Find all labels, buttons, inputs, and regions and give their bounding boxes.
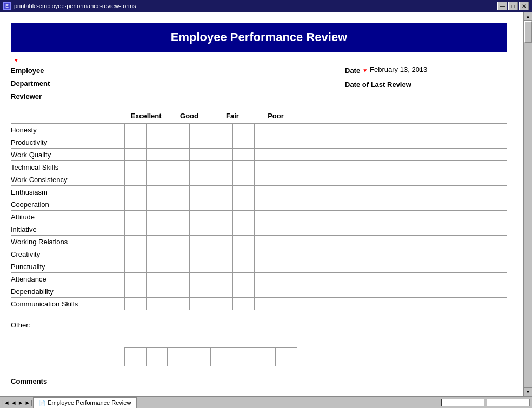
maximize-button[interactable]: □ [508, 2, 518, 10]
other-box-inner-6[interactable] [232, 348, 254, 366]
rating-checkbox[interactable] [190, 298, 211, 310]
rating-excellent-group[interactable] [124, 273, 168, 285]
rating-checkbox[interactable] [190, 149, 211, 160]
rating-poor-group[interactable] [254, 186, 297, 198]
rating-checkbox[interactable] [147, 260, 168, 272]
rating-checkbox[interactable] [168, 173, 190, 185]
rating-fair-group[interactable] [211, 149, 254, 160]
rating-checkbox[interactable] [255, 186, 276, 198]
rating-checkbox[interactable] [276, 198, 297, 210]
rating-checkbox[interactable] [255, 198, 276, 210]
rating-excellent-group[interactable] [124, 173, 168, 185]
rating-checkbox[interactable] [233, 236, 254, 248]
rating-good-group[interactable] [168, 186, 211, 198]
rating-checkbox[interactable] [255, 260, 276, 272]
rating-checkbox[interactable] [125, 161, 147, 173]
department-input[interactable] [58, 78, 150, 88]
rating-checkbox[interactable] [190, 285, 211, 297]
rating-checkbox[interactable] [147, 198, 168, 210]
rating-fair-group[interactable] [211, 186, 254, 198]
rating-checkbox[interactable] [233, 161, 254, 173]
rating-checkbox[interactable] [276, 260, 297, 272]
rating-checkbox[interactable] [233, 173, 254, 185]
rating-good-group[interactable] [168, 211, 211, 223]
rating-checkbox[interactable] [168, 236, 190, 248]
rating-checkbox[interactable] [233, 248, 254, 260]
other-box-inner-1[interactable] [125, 348, 147, 366]
rating-checkbox[interactable] [276, 285, 297, 297]
rating-checkbox[interactable] [147, 186, 168, 198]
rating-checkbox[interactable] [168, 211, 190, 223]
rating-fair-group[interactable] [211, 285, 254, 297]
rating-checkbox[interactable] [190, 223, 211, 235]
rating-checkbox[interactable] [190, 124, 211, 136]
rating-checkbox[interactable] [276, 149, 297, 160]
rating-poor-group[interactable] [254, 173, 297, 185]
rating-excellent-group[interactable] [124, 260, 168, 272]
nav-prev-button[interactable]: ◄ [11, 399, 17, 406]
rating-poor-group[interactable] [254, 211, 297, 223]
rating-checkbox[interactable] [147, 236, 168, 248]
rating-checkbox[interactable] [276, 248, 297, 260]
rating-checkbox[interactable] [147, 161, 168, 173]
rating-checkbox[interactable] [147, 285, 168, 297]
rating-checkbox[interactable] [147, 298, 168, 310]
rating-checkbox[interactable] [276, 298, 297, 310]
rating-excellent-group[interactable] [124, 211, 168, 223]
rating-checkbox[interactable] [276, 273, 297, 285]
rating-checkbox[interactable] [147, 248, 168, 260]
rating-checkbox[interactable] [125, 236, 147, 248]
rating-fair-group[interactable] [211, 273, 254, 285]
rating-excellent-group[interactable] [124, 136, 168, 148]
rating-poor-group[interactable] [254, 273, 297, 285]
minimize-button[interactable]: — [497, 2, 507, 10]
rating-checkbox[interactable] [125, 211, 147, 223]
nav-next-button[interactable]: ► [18, 399, 24, 406]
rating-excellent-group[interactable] [124, 124, 168, 136]
rating-fair-group[interactable] [211, 124, 254, 136]
rating-checkbox[interactable] [233, 198, 254, 210]
other-excellent-box[interactable] [124, 347, 168, 366]
rating-good-group[interactable] [168, 236, 211, 248]
rating-poor-group[interactable] [254, 161, 297, 173]
other-box-inner-4[interactable] [189, 348, 210, 366]
other-good-box[interactable] [168, 347, 211, 366]
rating-checkbox[interactable] [255, 161, 276, 173]
rating-poor-group[interactable] [254, 260, 297, 272]
rating-checkbox[interactable] [233, 211, 254, 223]
scroll-up-arrow[interactable]: ▲ [524, 12, 533, 21]
rating-checkbox[interactable] [233, 298, 254, 310]
rating-checkbox[interactable] [211, 236, 233, 248]
other-poor-box[interactable] [254, 347, 297, 366]
rating-checkbox[interactable] [125, 198, 147, 210]
rating-checkbox[interactable] [168, 273, 190, 285]
rating-checkbox[interactable] [255, 124, 276, 136]
scroll-down-arrow[interactable]: ▼ [524, 387, 533, 396]
rating-checkbox[interactable] [255, 149, 276, 160]
rating-excellent-group[interactable] [124, 186, 168, 198]
rating-excellent-group[interactable] [124, 161, 168, 173]
rating-checkbox[interactable] [125, 260, 147, 272]
rating-checkbox[interactable] [211, 211, 233, 223]
rating-checkbox[interactable] [125, 186, 147, 198]
rating-checkbox[interactable] [276, 211, 297, 223]
rating-checkbox[interactable] [190, 136, 211, 148]
rating-checkbox[interactable] [255, 236, 276, 248]
other-box-inner-2[interactable] [147, 348, 168, 366]
employee-input[interactable] [58, 65, 150, 75]
rating-checkbox[interactable] [211, 136, 233, 148]
rating-checkbox[interactable] [147, 149, 168, 160]
rating-poor-group[interactable] [254, 236, 297, 248]
date-value[interactable]: February 13, 2013 [370, 65, 467, 75]
rating-checkbox[interactable] [147, 273, 168, 285]
rating-checkbox[interactable] [168, 223, 190, 235]
rating-checkbox[interactable] [168, 285, 190, 297]
rating-checkbox[interactable] [276, 223, 297, 235]
window-controls[interactable]: — □ ✕ [497, 2, 529, 10]
rating-fair-group[interactable] [211, 248, 254, 260]
rating-poor-group[interactable] [254, 298, 297, 310]
rating-checkbox[interactable] [211, 298, 233, 310]
nav-last-button[interactable]: ►| [25, 399, 32, 406]
rating-checkbox[interactable] [255, 223, 276, 235]
rating-checkbox[interactable] [211, 248, 233, 260]
